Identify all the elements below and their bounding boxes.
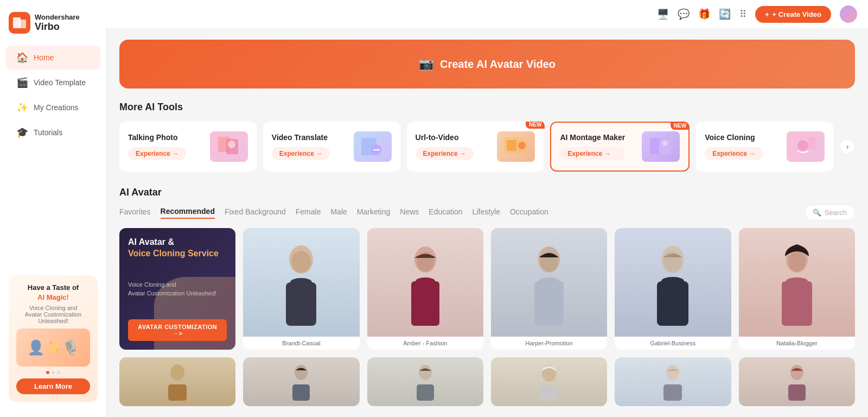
avatar-card-r2-1[interactable] [119,357,235,406]
avatar-card-harper[interactable]: Harper-Promotion [491,228,607,350]
promo-highlight: AI Magic! [37,293,69,301]
experience-voice-cloning[interactable]: Experience → [705,147,763,160]
promo-card: Have a Taste of AI Magic! Voice Cloning … [9,275,98,402]
tool-talking-photo[interactable]: Talking Photo Experience → [119,122,257,172]
tools-row: Talking Photo Experience → Video Transla… [119,122,855,172]
experience-talking-photo[interactable]: Experience → [128,147,186,160]
experience-url-to-video[interactable]: Experience → [416,147,474,160]
svg-rect-30 [657,281,688,326]
sidebar-item-my-creations[interactable]: ✨ My Creations [5,96,101,119]
tool-name-ai-montage: AI Montage Maker [560,133,625,142]
tab-favorites[interactable]: Favorites [119,207,151,218]
user-avatar[interactable] [840,5,857,23]
experience-ai-montage[interactable]: Experience → [560,147,625,160]
svg-rect-9 [507,140,516,151]
avatar-promo-card[interactable]: AI Avatar &Voice Cloning Service Voice C… [119,228,235,350]
sidebar-item-home[interactable]: 🏠 Home [5,46,101,70]
home-icon: 🏠 [16,52,28,64]
svg-point-17 [291,251,311,273]
avatar-card-gabriel[interactable]: Gabriel-Business [615,228,731,350]
avatar-search[interactable]: 🔍 Search [805,205,855,220]
svg-rect-2 [18,20,26,28]
avatar-card-natalia[interactable]: Natalia-Blogger [739,228,855,350]
chat-icon[interactable]: 💬 [678,8,690,20]
avatar-card-r2-3[interactable] [367,357,483,406]
sidebar-label-video-template: Video Template [34,78,86,87]
promo-dot-1 [46,371,49,374]
tool-image-voice-cloning [787,131,825,162]
tab-marketing[interactable]: Marketing [357,207,390,218]
new-badge-ai-montage: NEW [671,122,690,130]
create-video-plus: + [765,10,769,18]
product-name: Virbo [35,21,80,33]
avatar-card-r2-4[interactable] [491,357,607,406]
grid-icon[interactable]: ⠿ [739,8,746,20]
tool-voice-cloning[interactable]: Voice Cloning Experience → [696,122,833,172]
tab-education[interactable]: Education [429,207,462,218]
avatar-img-amber [367,228,483,337]
avatar-img-r2-1 [119,357,235,406]
ai-avatar-title: AI Avatar [119,187,162,198]
sidebar: Wondershare Virbo 🏠 Home 🎬 Video Templat… [0,0,106,417]
avatar-img-gabriel [615,228,731,337]
tab-fixed-background[interactable]: Fixed Background [225,207,286,218]
topbar: 🖥️ 💬 🎁 🔄 ⠿ + + Create Video [106,0,868,29]
tab-female[interactable]: Female [296,207,321,218]
svg-point-5 [228,141,235,148]
avatar-img-r2-5 [615,357,731,406]
content-area: 📷 Create AI Avatar Video More AI Tools T… [106,29,868,417]
promo-card-title: AI Avatar &Voice Cloning Service [128,237,227,260]
tab-occupation[interactable]: Occupation [510,207,548,218]
tool-name-talking-photo: Talking Photo [128,133,186,142]
avatar-label-natalia: Natalia-Blogger [739,337,855,350]
tool-ai-montage[interactable]: NEW AI Montage Maker Experience → [550,122,690,172]
avatar-card-r2-5[interactable] [615,357,731,406]
tab-news[interactable]: News [400,207,419,218]
app-logo [9,12,30,34]
promo-dot-3 [57,371,60,374]
avatar-img-r2-2 [243,357,359,406]
tool-video-translate[interactable]: Video Translate Experience → [263,122,400,172]
svg-rect-39 [292,384,310,401]
svg-point-35 [786,277,808,285]
avatar-card-brandt[interactable]: Brandt-Casual [243,228,359,350]
sidebar-label-my-creations: My Creations [34,103,78,112]
svg-rect-41 [417,384,434,401]
sidebar-label-home: Home [34,53,54,62]
avatar-customization-button[interactable]: AVATAR CUSTOMIZATION →> [128,319,227,341]
svg-rect-47 [788,384,806,401]
refresh-icon[interactable]: 🔄 [719,8,731,20]
experience-video-translate[interactable]: Experience → [272,147,330,160]
tab-male[interactable]: Male [330,207,347,218]
avatar-card-amber[interactable]: Amber - Fashion [367,228,483,350]
create-video-button[interactable]: + + Create Video [755,6,831,23]
promo-dots [16,371,90,374]
search-icon: 🔍 [813,208,821,217]
tool-name-video-translate: Video Translate [272,133,330,142]
svg-point-38 [295,365,308,380]
svg-point-15 [797,140,808,151]
avatar-img-harper [491,228,607,337]
gift-icon[interactable]: 🎁 [698,8,710,20]
svg-point-46 [790,365,803,380]
avatar-card-r2-6[interactable] [739,357,855,406]
tab-lifestyle[interactable]: Lifestyle [473,207,500,218]
tab-recommended[interactable]: Recommended [161,207,215,219]
logo-area: Wondershare Virbo [0,7,106,45]
tool-url-to-video[interactable]: NEW Url-to-Video Experience → [407,122,544,172]
promo-title: Have a Taste of AI Magic! [16,283,90,302]
sidebar-item-tutorials[interactable]: 🎓 Tutorials [5,121,101,144]
sidebar-item-video-template[interactable]: 🎬 Video Template [5,71,101,94]
avatar-label-gabriel: Gabriel-Business [615,337,731,350]
svg-point-27 [539,277,559,285]
avatar-card-r2-2[interactable] [243,357,359,406]
hero-banner[interactable]: 📷 Create AI Avatar Video [119,40,855,89]
monitor-icon[interactable]: 🖥️ [657,8,669,20]
avatar-img-r2-3 [367,357,483,406]
tool-name-url-to-video: Url-to-Video [416,133,474,142]
tools-next-arrow[interactable]: › [840,139,855,154]
svg-point-23 [416,277,435,285]
learn-more-button[interactable]: Learn More [16,378,90,394]
hero-text: Create AI Avatar Video [440,58,556,71]
tool-image-talking-photo [210,131,248,162]
